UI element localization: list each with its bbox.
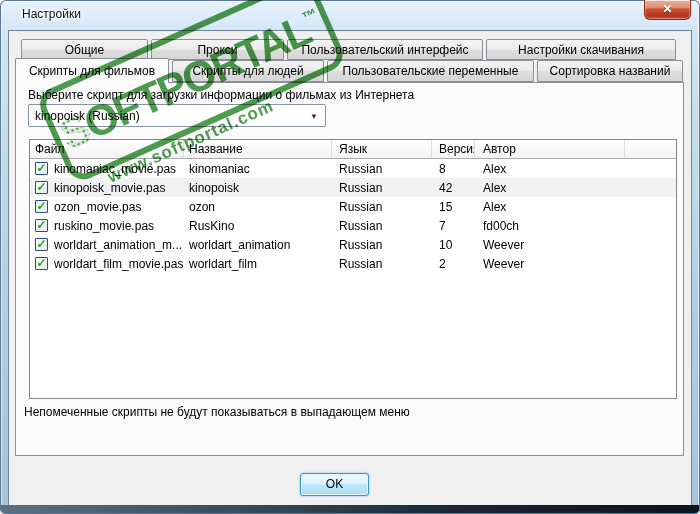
cell-version: 15	[439, 200, 452, 214]
table-header: ФайлНазваниеЯзыкВерсияАвтор	[30, 140, 676, 159]
tab-label: Пользовательские переменные	[343, 64, 519, 78]
table-body: ✓kinomaniac_movie.paskinomaniacRussian8A…	[30, 159, 676, 273]
tab-label: Прокси	[197, 43, 237, 57]
tab-row2-2[interactable]: Пользовательские переменные	[327, 60, 534, 82]
ok-button[interactable]: OK	[300, 473, 369, 496]
cell-lang: Russian	[339, 257, 382, 271]
cell-name: RusKino	[189, 219, 234, 233]
cell-lang: Russian	[339, 181, 382, 195]
tab-row1-3[interactable]: Настройки скачивания	[486, 39, 676, 60]
column-header-0[interactable]: Файл	[30, 140, 184, 158]
cell-author: fd00ch	[483, 219, 519, 233]
cell-file: kinopoisk_movie.pas	[54, 181, 165, 195]
cell-file: worldart_film_movie.pas	[54, 257, 183, 271]
tab-row2-1[interactable]: Скрипты для людей	[172, 60, 324, 82]
cell-lang: Russian	[339, 162, 382, 176]
cell-version: 7	[439, 219, 446, 233]
column-header-3[interactable]: Версия	[432, 140, 475, 158]
tab-label: Настройки скачивания	[518, 43, 644, 57]
column-header-2[interactable]: Язык	[332, 140, 432, 158]
cell-author: Alex	[483, 162, 506, 176]
tab-row1-1[interactable]: Прокси	[151, 39, 284, 60]
tab-label: Общие	[65, 43, 104, 57]
tab-row-bottom: Скрипты для фильмовСкрипты для людейПоль…	[15, 60, 683, 82]
window-title: Настройки	[22, 7, 81, 21]
column-header-filler	[625, 140, 676, 158]
script-checkbox[interactable]: ✓	[35, 162, 48, 175]
table-row[interactable]: ✓ruskino_movie.pasRusKinoRussian7fd00ch	[30, 216, 676, 235]
tab-label: Сортировка названий	[550, 64, 671, 78]
unchecked-scripts-note: Непомеченные скрипты не будут показывать…	[24, 405, 410, 419]
tab-page-movie-scripts: Выберите скрипт для загрузки информации …	[15, 82, 684, 456]
tab-label: Скрипты для фильмов	[29, 64, 155, 78]
cell-version: 2	[439, 257, 446, 271]
cell-file: kinomaniac_movie.pas	[54, 162, 176, 176]
table-row[interactable]: ✓ozon_movie.pasozonRussian15Alex	[30, 197, 676, 216]
cell-name: worldart_film	[189, 257, 257, 271]
cell-author: Alex	[483, 181, 506, 195]
table-row[interactable]: ✓worldart_film_movie.pasworldart_filmRus…	[30, 254, 676, 273]
cell-file: ozon_movie.pas	[54, 200, 141, 214]
cell-name: kinopoisk	[189, 181, 239, 195]
column-header-4[interactable]: Автор	[475, 140, 625, 158]
settings-dialog: Настройки ✕ ОбщиеПроксиПользовательский …	[0, 0, 700, 514]
scripts-table: ФайлНазваниеЯзыкВерсияАвтор ✓kinomaniac_…	[29, 139, 677, 399]
cell-name: ozon	[189, 200, 215, 214]
cell-lang: Russian	[339, 219, 382, 233]
cell-lang: Russian	[339, 238, 382, 252]
chevron-down-icon[interactable]: ▼	[310, 112, 318, 121]
cell-version: 42	[439, 181, 452, 195]
tab-row2-0[interactable]: Скрипты для фильмов	[15, 58, 169, 83]
table-row[interactable]: ✓kinopoisk_movie.paskinopoiskRussian42Al…	[30, 178, 676, 197]
tab-row1-2[interactable]: Пользовательский интерфейс	[287, 39, 483, 60]
tab-row-top: ОбщиеПроксиПользовательский интерфейсНас…	[21, 39, 676, 60]
cell-file: ruskino_movie.pas	[54, 219, 154, 233]
tab-label: Пользовательский интерфейс	[301, 43, 468, 57]
script-checkbox[interactable]: ✓	[35, 238, 48, 251]
script-checkbox[interactable]: ✓	[35, 219, 48, 232]
cell-author: Weever	[483, 238, 524, 252]
window-bottom-border	[1, 505, 699, 513]
column-header-1[interactable]: Название	[184, 140, 332, 158]
tab-row2-3[interactable]: Сортировка названий	[537, 60, 683, 82]
table-row[interactable]: ✓worldart_animation_m...worldart_animati…	[30, 235, 676, 254]
combobox-value: kinopoisk (Russian)	[35, 109, 140, 123]
cell-version: 10	[439, 238, 452, 252]
script-combobox[interactable]: kinopoisk (Russian) ▼	[28, 104, 326, 127]
cell-version: 8	[439, 162, 446, 176]
table-row[interactable]: ✓kinomaniac_movie.paskinomaniacRussian8A…	[30, 159, 676, 178]
close-icon: ✕	[662, 2, 672, 16]
close-button[interactable]: ✕	[644, 0, 691, 20]
script-checkbox[interactable]: ✓	[35, 257, 48, 270]
select-script-label: Выберите скрипт для загрузки информации …	[28, 88, 414, 102]
tab-label: Скрипты для людей	[192, 64, 303, 78]
script-checkbox[interactable]: ✓	[35, 181, 48, 194]
dialog-body: ОбщиеПроксиПользовательский интерфейсНас…	[8, 30, 692, 505]
title-bar[interactable]: Настройки ✕	[0, 0, 700, 30]
script-checkbox[interactable]: ✓	[35, 200, 48, 213]
cell-name: kinomaniac	[189, 162, 250, 176]
cell-author: Alex	[483, 200, 506, 214]
cell-file: worldart_animation_m...	[54, 238, 182, 252]
tab-row1-0[interactable]: Общие	[21, 39, 148, 60]
cell-name: worldart_animation	[189, 238, 290, 252]
cell-lang: Russian	[339, 200, 382, 214]
cell-author: Weever	[483, 257, 524, 271]
